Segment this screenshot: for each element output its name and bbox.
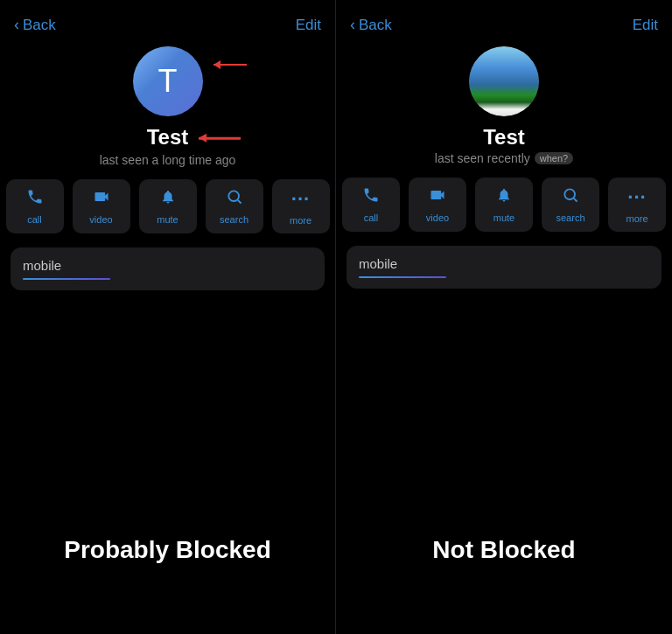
- left-more-button[interactable]: ··· more: [272, 179, 330, 233]
- right-last-seen: last seen recently when?: [435, 151, 573, 165]
- right-avatar-image: [469, 46, 539, 116]
- left-name-arrow-line: [199, 137, 241, 140]
- right-video-label: video: [426, 212, 449, 223]
- right-video-button[interactable]: video: [409, 178, 466, 232]
- svg-line-1: [237, 200, 241, 204]
- left-search-icon: [226, 188, 243, 210]
- right-when-badge[interactable]: when?: [535, 152, 573, 164]
- left-search-button[interactable]: search: [206, 179, 263, 233]
- left-mute-button[interactable]: mute: [139, 179, 197, 233]
- left-name-arrow: [199, 137, 241, 140]
- left-name-container: Test: [147, 125, 189, 151]
- left-mute-icon: [160, 188, 176, 210]
- left-back-label: Back: [23, 17, 56, 34]
- left-status-label: Probably Blocked: [0, 536, 335, 564]
- svg-point-0: [228, 191, 239, 201]
- right-search-label: search: [556, 212, 584, 223]
- right-call-icon: [362, 186, 380, 208]
- left-arrow-line: [214, 64, 247, 66]
- left-edit-button[interactable]: Edit: [296, 17, 321, 34]
- right-panel: ‹ Back Edit Test last seen recently when…: [336, 0, 672, 634]
- right-mute-button[interactable]: mute: [475, 178, 533, 232]
- right-edit-button[interactable]: Edit: [633, 17, 658, 34]
- right-call-button[interactable]: call: [342, 178, 400, 232]
- left-search-label: search: [220, 214, 248, 225]
- right-back-chevron-icon: ‹: [350, 16, 355, 34]
- left-video-icon: [92, 188, 111, 210]
- left-back-button[interactable]: ‹ Back: [14, 16, 56, 34]
- right-back-label: Back: [359, 17, 392, 34]
- left-more-label: more: [290, 215, 312, 226]
- right-phone-underline: [359, 276, 446, 278]
- left-contact-name: Test: [147, 125, 189, 150]
- left-avatar-container: T: [133, 46, 203, 116]
- left-phone-card: mobile: [10, 247, 325, 290]
- left-call-label: call: [27, 214, 42, 225]
- right-contact-name: Test: [483, 125, 525, 150]
- right-status-label: Not Blocked: [336, 536, 672, 564]
- svg-point-2: [564, 189, 575, 199]
- left-top-bar: ‹ Back Edit: [0, 16, 335, 34]
- right-more-button[interactable]: ··· more: [608, 178, 666, 232]
- left-actions-row: call video mute search ··· more: [0, 179, 337, 233]
- right-top-bar: ‹ Back Edit: [336, 16, 672, 34]
- left-mute-label: mute: [157, 214, 178, 225]
- right-phone-label: mobile: [359, 256, 649, 271]
- right-call-label: call: [364, 212, 379, 223]
- right-search-button[interactable]: search: [542, 178, 599, 232]
- left-last-seen: last seen a long time ago: [100, 153, 236, 167]
- right-phone-card: mobile: [346, 246, 662, 289]
- right-more-icon: ···: [627, 186, 646, 209]
- right-search-icon: [562, 186, 579, 208]
- right-last-seen-text: last seen recently: [435, 151, 530, 165]
- right-mute-icon: [496, 186, 512, 208]
- left-call-icon: [26, 188, 44, 210]
- right-avatar-photo: [469, 46, 539, 116]
- right-video-icon: [428, 186, 447, 208]
- left-phone-label: mobile: [23, 258, 312, 273]
- left-avatar-arrow: [214, 64, 247, 66]
- svg-line-3: [574, 199, 578, 202]
- right-more-label: more: [626, 213, 648, 224]
- right-actions-row: call video mute search ··· more: [335, 178, 672, 232]
- left-video-button[interactable]: video: [73, 179, 130, 233]
- left-video-label: video: [89, 214, 112, 225]
- left-panel: ‹ Back Edit T Test last seen a long time…: [0, 0, 336, 634]
- left-phone-underline: [23, 278, 110, 280]
- left-back-chevron-icon: ‹: [14, 16, 19, 34]
- left-avatar: T: [133, 46, 203, 116]
- right-back-button[interactable]: ‹ Back: [350, 16, 392, 34]
- left-avatar-letter: T: [158, 63, 178, 100]
- right-mute-label: mute: [494, 212, 514, 223]
- left-more-icon: ···: [291, 188, 310, 211]
- left-call-button[interactable]: call: [6, 179, 64, 233]
- right-avatar-container: [469, 46, 539, 116]
